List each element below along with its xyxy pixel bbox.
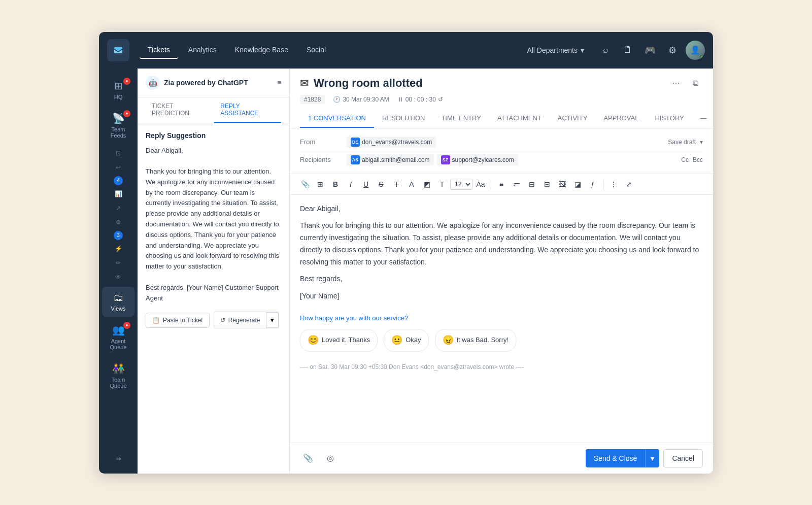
regenerate-button[interactable]: ↺ Regenerate: [214, 312, 267, 328]
align-left-icon[interactable]: ≡: [494, 177, 509, 191]
share-icon[interactable]: ↗: [113, 203, 124, 214]
fontsize2-icon[interactable]: Aa: [473, 177, 488, 191]
more-tabs-icon[interactable]: —: [692, 109, 713, 128]
history-icon[interactable]: ↩: [113, 162, 124, 173]
more-format-icon[interactable]: ⋮: [606, 177, 621, 191]
compose-bottom-bar: 📎 ◎ Send & Close ▾ Cancel: [290, 443, 713, 474]
more-options-icon[interactable]: ⋯: [668, 76, 684, 91]
paste-to-ticket-button[interactable]: 📋 Paste to Ticket: [146, 313, 210, 328]
tab-history[interactable]: HISTORY: [647, 109, 692, 128]
sat-option-loved[interactable]: 😊 Loved it. Thanks: [300, 329, 378, 352]
toolbar-divider-2: [603, 179, 603, 189]
settings2-icon[interactable]: ⚙: [113, 217, 124, 228]
sidebar-label-views: Views: [111, 306, 125, 312]
pencil-icon[interactable]: ✏: [113, 257, 124, 268]
layers-icon[interactable]: ⧉: [688, 76, 703, 91]
ai-assist-icon[interactable]: ◎: [322, 450, 339, 466]
sat-option-okay[interactable]: 😐 Okay: [384, 329, 428, 352]
sidebar-item-views[interactable]: 🗂 Views: [102, 287, 134, 317]
sidebar-item-team-queue[interactable]: 👫 Team Queue: [102, 357, 134, 394]
department-selector[interactable]: All Departments ▾: [521, 43, 590, 57]
mail-icon: ✉: [300, 77, 309, 89]
gamepad-icon[interactable]: 🎮: [641, 41, 659, 59]
underline-icon[interactable]: U: [359, 177, 373, 191]
fill-icon[interactable]: ◪: [570, 177, 585, 191]
badge-3: 3: [114, 231, 123, 240]
cancel-button[interactable]: Cancel: [663, 449, 703, 467]
tab-activity[interactable]: ACTIVITY: [550, 109, 596, 128]
text-icon[interactable]: T: [435, 177, 449, 191]
eye-icon[interactable]: 👁: [113, 272, 124, 283]
online-badge: [700, 55, 705, 60]
sidebar-item-agent-queue[interactable]: 👥 Agent Queue ●: [102, 319, 134, 355]
color-icon[interactable]: A: [404, 177, 419, 191]
bolt-icon[interactable]: ⚡: [113, 243, 124, 254]
recipients-field-actions: Cc Bcc: [681, 156, 703, 163]
draft-chevron-icon[interactable]: ▾: [700, 139, 703, 146]
zia-title-text: Zia powered by ChatGPT: [164, 79, 248, 87]
strikethrough-icon[interactable]: S: [374, 177, 388, 191]
nav-social[interactable]: Social: [298, 42, 334, 59]
filter-icon[interactable]: ⊡: [113, 148, 124, 159]
tab-conversation[interactable]: 1 CONVERSATION: [300, 109, 374, 128]
user-avatar[interactable]: 👤: [686, 41, 705, 60]
sidebar-item-team-feeds[interactable]: 📡 Team Feeds ●: [102, 107, 134, 144]
send-close-dropdown[interactable]: ▾: [646, 450, 659, 467]
unordered-list-icon[interactable]: ≔: [510, 177, 524, 191]
bold-icon[interactable]: B: [328, 177, 343, 191]
clearformat-icon[interactable]: T̶: [389, 177, 403, 191]
italic-icon[interactable]: I: [344, 177, 358, 191]
table-icon[interactable]: ⊞: [313, 177, 327, 191]
clock-icon: 🕐: [333, 96, 341, 103]
font-size-selector[interactable]: 12: [450, 179, 472, 190]
sidebar-item-hq[interactable]: ⊞ HQ ●: [102, 75, 134, 105]
zia-tabs: TICKET PREDICTION REPLY ASSISTANCE: [138, 97, 289, 123]
zia-menu-icon[interactable]: ≡: [277, 79, 281, 86]
from-label: From: [300, 138, 341, 146]
zia-tab-reply-assistance[interactable]: REPLY ASSISTANCE: [214, 97, 281, 123]
expand-icon[interactable]: ⤢: [622, 177, 636, 191]
zia-tab-ticket-prediction[interactable]: TICKET PREDICTION: [146, 97, 214, 123]
sat-option-bad[interactable]: 😠 It was Bad. Sorry!: [435, 329, 517, 352]
cc-link[interactable]: Cc: [681, 156, 689, 163]
regenerate-dropdown[interactable]: ▾: [266, 312, 279, 328]
formula-icon[interactable]: ƒ: [586, 177, 600, 191]
team-queue-icon: 👫: [112, 362, 125, 375]
bcc-link[interactable]: Bcc: [693, 156, 703, 163]
nav-tickets[interactable]: Tickets: [140, 42, 178, 59]
nav-analytics[interactable]: Analytics: [180, 42, 225, 59]
hq-icon: ⊞: [114, 80, 123, 92]
compose-body[interactable]: Dear Abigail, Thank you for bringing thi…: [290, 195, 713, 443]
compose-area: From DE don_evans@ztravels.com Save draf…: [290, 128, 713, 474]
settings-icon[interactable]: ⚙: [663, 41, 682, 59]
paste-icon: 📋: [152, 317, 160, 324]
attach-icon[interactable]: 📎: [298, 177, 312, 191]
highlight-icon[interactable]: ◩: [420, 177, 434, 191]
bottom-right-actions: Send & Close ▾ Cancel: [586, 449, 703, 467]
from-field-row: From DE don_evans@ztravels.com Save draf…: [300, 133, 703, 151]
ticket-header: ✉ Wrong room allotted ⋯ ⧉ #1828 🕐 30 Mar…: [290, 69, 713, 128]
body-sign2: [Your Name]: [300, 290, 703, 302]
pause-icon[interactable]: ⏸: [397, 96, 403, 103]
nav-knowledge-base[interactable]: Knowledge Base: [227, 42, 296, 59]
tab-attachment[interactable]: ATTACHMENT: [489, 109, 550, 128]
image-icon[interactable]: 🖼: [555, 177, 569, 191]
tab-time-entry[interactable]: TIME ENTRY: [433, 109, 489, 128]
sidebar-expand[interactable]: ⇒: [102, 450, 134, 467]
from-field-actions: Save draft ▾: [668, 139, 703, 146]
chart-icon[interactable]: 📊: [113, 188, 124, 199]
notifications-icon[interactable]: 🗒: [619, 41, 637, 59]
send-close-label[interactable]: Send & Close: [586, 450, 646, 467]
tab-resolution[interactable]: RESOLUTION: [374, 109, 433, 128]
ordered-list-icon[interactable]: ⊟: [525, 177, 539, 191]
satisfaction-options: 😊 Loved it. Thanks 😐 Okay 😠 It was Bad. …: [300, 329, 703, 352]
send-close-button[interactable]: Send & Close ▾: [586, 449, 660, 467]
nav-links: Tickets Analytics Knowledge Base Social: [140, 42, 521, 59]
from-email-text: don_evans@ztravels.com: [362, 139, 432, 146]
save-draft-link[interactable]: Save draft: [668, 139, 696, 146]
refresh-timer-icon[interactable]: ↺: [438, 96, 443, 103]
search-icon[interactable]: ⌕: [596, 41, 615, 59]
indent-icon[interactable]: ⊟: [540, 177, 554, 191]
attach-file-icon[interactable]: 📎: [300, 450, 316, 466]
tab-approval[interactable]: APPROVAL: [595, 109, 647, 128]
